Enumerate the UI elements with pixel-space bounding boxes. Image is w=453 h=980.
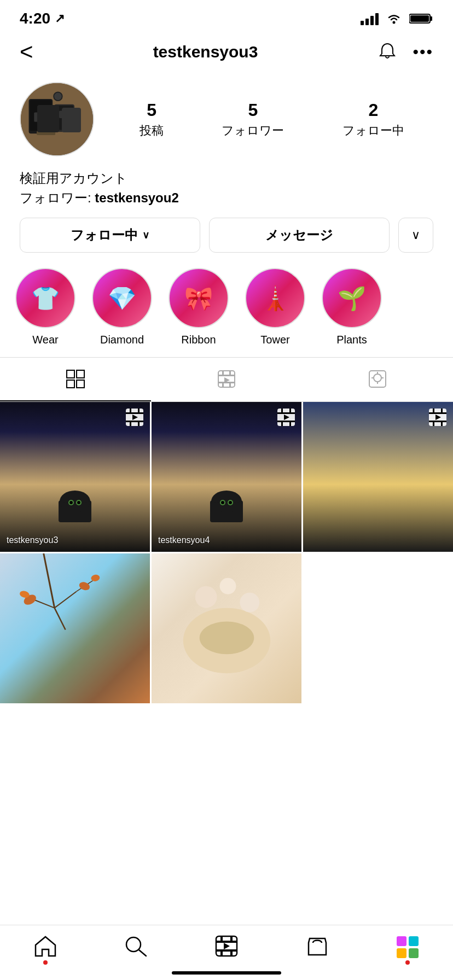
avatar-image bbox=[21, 83, 93, 155]
tab-tagged[interactable] bbox=[302, 358, 453, 401]
svg-rect-13 bbox=[67, 370, 74, 378]
message-button[interactable]: メッセージ bbox=[209, 218, 390, 253]
posts-stat: 5 投稿 bbox=[140, 100, 164, 139]
svg-point-0 bbox=[393, 21, 396, 24]
posts-label: 投稿 bbox=[140, 122, 164, 139]
action-buttons: フォロー中 ∨ メッセージ ∨ bbox=[0, 218, 453, 253]
followers-stat[interactable]: 5 フォロワー bbox=[222, 100, 284, 139]
tab-reels[interactable] bbox=[151, 358, 302, 401]
svg-rect-54 bbox=[281, 409, 283, 412]
following-label: フォロー中 bbox=[342, 122, 404, 139]
svg-point-78 bbox=[220, 578, 236, 594]
svg-line-67 bbox=[44, 553, 55, 608]
svg-rect-40 bbox=[130, 422, 131, 426]
highlight-icon: 🎀 bbox=[184, 285, 213, 312]
dropdown-button[interactable]: ∨ bbox=[398, 218, 433, 253]
reels-nav-icon bbox=[213, 934, 240, 958]
svg-rect-18 bbox=[218, 375, 235, 376]
highlight-circle: 🌱 bbox=[322, 268, 382, 328]
svg-rect-87 bbox=[230, 936, 233, 941]
svg-rect-36 bbox=[126, 412, 143, 414]
photo-grid: testkensyou3 bbox=[0, 402, 453, 703]
svg-point-73 bbox=[78, 581, 91, 592]
grid-username-2: testkensyou4 bbox=[158, 535, 210, 545]
highlight-item[interactable]: 💎 Diamond bbox=[92, 268, 152, 346]
highlight-circle: 🎀 bbox=[169, 268, 229, 328]
reel-badge-3 bbox=[428, 407, 448, 429]
grid-item[interactable] bbox=[0, 553, 150, 703]
profile-dot bbox=[405, 960, 410, 965]
svg-rect-65 bbox=[441, 422, 443, 426]
more-button[interactable]: ••• bbox=[413, 43, 433, 61]
svg-rect-8 bbox=[55, 106, 73, 130]
svg-rect-86 bbox=[220, 936, 223, 941]
location-arrow-icon: ↗ bbox=[55, 11, 65, 26]
svg-rect-62 bbox=[433, 409, 434, 412]
svg-rect-19 bbox=[218, 382, 235, 383]
svg-rect-11 bbox=[37, 131, 55, 135]
bell-icon bbox=[378, 42, 397, 61]
svg-point-33 bbox=[69, 501, 73, 504]
svg-rect-85 bbox=[216, 949, 237, 952]
following-stat[interactable]: 2 フォロー中 bbox=[342, 100, 404, 139]
nav-profile[interactable] bbox=[394, 934, 421, 958]
cat-svg-1 bbox=[53, 489, 97, 522]
signal-icon bbox=[361, 12, 379, 25]
follow-button[interactable]: フォロー中 ∨ bbox=[20, 218, 200, 253]
tab-grid[interactable] bbox=[0, 358, 151, 401]
reel-badge-2 bbox=[276, 407, 296, 429]
svg-rect-9 bbox=[34, 112, 47, 121]
header: < testkensyou3 ••• bbox=[0, 33, 453, 71]
bio-follower-prefix: フォロワー: bbox=[20, 190, 95, 205]
status-time: 4:20 ↗ bbox=[20, 10, 65, 27]
status-right bbox=[361, 12, 433, 25]
svg-point-12 bbox=[54, 92, 62, 101]
posts-count: 5 bbox=[147, 100, 156, 120]
follow-label: フォロー中 bbox=[71, 226, 138, 244]
svg-point-26 bbox=[374, 374, 381, 382]
svg-rect-41 bbox=[138, 422, 140, 426]
highlight-item[interactable]: 👕 Wear bbox=[15, 268, 76, 346]
svg-rect-7 bbox=[54, 104, 74, 132]
highlight-label: Wear bbox=[32, 334, 58, 346]
svg-rect-23 bbox=[229, 383, 231, 387]
highlight-item[interactable]: 🎀 Ribbon bbox=[169, 268, 229, 346]
grid-item[interactable]: testkensyou3 bbox=[0, 402, 150, 552]
grid-item[interactable] bbox=[303, 402, 453, 552]
svg-rect-22 bbox=[222, 383, 224, 387]
highlight-icon: 🗼 bbox=[261, 285, 289, 312]
time-text: 4:20 bbox=[20, 10, 50, 27]
nav-reels[interactable] bbox=[213, 934, 240, 958]
svg-rect-94 bbox=[409, 948, 419, 958]
highlight-item[interactable]: 🌱 Plants bbox=[322, 268, 382, 346]
svg-rect-56 bbox=[281, 422, 283, 426]
stats-container: 5 投稿 5 フォロワー 2 フォロー中 bbox=[111, 100, 433, 139]
svg-rect-92 bbox=[409, 936, 419, 946]
svg-rect-64 bbox=[433, 422, 434, 426]
svg-point-50 bbox=[229, 501, 232, 504]
highlight-item[interactable]: 🗼 Tower bbox=[245, 268, 305, 346]
svg-rect-55 bbox=[289, 409, 291, 412]
grid-username-1: testkensyou3 bbox=[7, 535, 58, 545]
svg-rect-63 bbox=[441, 409, 443, 412]
flowers-svg bbox=[152, 553, 301, 703]
svg-rect-38 bbox=[130, 409, 131, 412]
svg-line-71 bbox=[55, 608, 66, 630]
grid-item[interactable]: testkensyou4 bbox=[152, 402, 301, 552]
bio-follower: フォロワー: testkensyou2 bbox=[20, 189, 433, 207]
nav-shop[interactable] bbox=[304, 934, 330, 958]
svg-point-49 bbox=[221, 501, 224, 504]
home-dot bbox=[43, 960, 48, 965]
nav-home[interactable] bbox=[32, 934, 59, 958]
nav-search[interactable] bbox=[123, 934, 149, 958]
svg-point-77 bbox=[195, 586, 217, 608]
svg-rect-61 bbox=[429, 421, 446, 422]
svg-point-30 bbox=[80, 496, 89, 503]
notification-button[interactable] bbox=[378, 42, 397, 63]
grid-item[interactable] bbox=[152, 553, 301, 703]
svg-rect-6 bbox=[30, 100, 52, 131]
svg-point-29 bbox=[61, 496, 69, 503]
dropdown-chevron-icon: ∨ bbox=[411, 228, 420, 242]
svg-point-81 bbox=[126, 937, 141, 952]
back-button[interactable]: < bbox=[20, 40, 33, 63]
